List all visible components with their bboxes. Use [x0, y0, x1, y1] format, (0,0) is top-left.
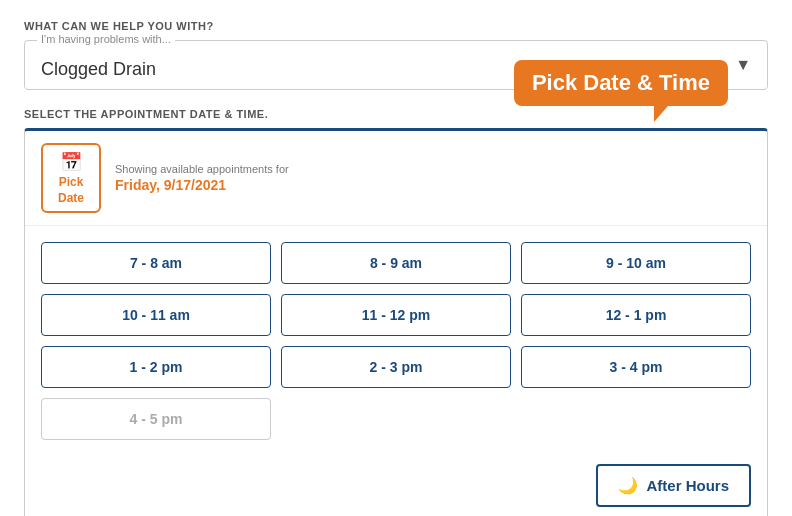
time-slot-5[interactable]: 12 - 1 pm [521, 294, 751, 336]
datetime-card: 📅 Pick Date Showing available appointmen… [24, 128, 768, 516]
date-picker-bar: 📅 Pick Date Showing available appointmen… [25, 131, 767, 226]
showing-label: Showing available appointments for [115, 163, 289, 175]
section1-label: WHAT CAN WE HELP YOU WITH? [24, 20, 768, 32]
pick-date-line2: Date [58, 191, 84, 205]
after-hours-button[interactable]: 🌙 After Hours [596, 464, 751, 507]
time-slot-2[interactable]: 9 - 10 am [521, 242, 751, 284]
after-hours-label: After Hours [646, 477, 729, 494]
time-slot-4[interactable]: 11 - 12 pm [281, 294, 511, 336]
moon-icon: 🌙 [618, 476, 638, 495]
calendar-icon: 📅 [60, 151, 82, 173]
time-slot-3[interactable]: 10 - 11 am [41, 294, 271, 336]
pick-date-line1: Pick [59, 175, 84, 189]
tooltip-bubble: Pick Date & Time [514, 60, 728, 106]
footer-row: 🌙 After Hours [25, 456, 767, 516]
time-slot-9: 4 - 5 pm [41, 398, 271, 440]
time-slot-1[interactable]: 8 - 9 am [281, 242, 511, 284]
time-slot-8[interactable]: 3 - 4 pm [521, 346, 751, 388]
time-slot-7[interactable]: 2 - 3 pm [281, 346, 511, 388]
time-slots-grid: 7 - 8 am8 - 9 am9 - 10 am10 - 11 am11 - … [25, 226, 767, 456]
selected-date: Friday, 9/17/2021 [115, 177, 289, 193]
date-info: Showing available appointments for Frida… [115, 163, 289, 193]
pick-date-button[interactable]: 📅 Pick Date [41, 143, 101, 213]
time-slot-6[interactable]: 1 - 2 pm [41, 346, 271, 388]
time-slot-0[interactable]: 7 - 8 am [41, 242, 271, 284]
